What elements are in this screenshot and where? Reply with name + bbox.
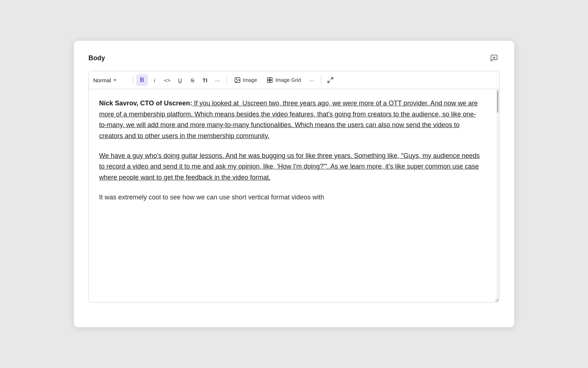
svg-rect-7 (270, 80, 272, 83)
strikethrough-button[interactable]: S (187, 74, 199, 86)
svg-point-3 (236, 79, 237, 79)
svg-rect-6 (268, 80, 270, 83)
scrollbar-thumb (497, 91, 498, 113)
svg-rect-5 (270, 77, 272, 80)
insert-buttons-group: Image Image Grid ··· (227, 71, 321, 89)
style-label: Normal (93, 77, 111, 83)
italic-icon: i (154, 77, 155, 83)
svg-rect-4 (268, 77, 270, 80)
bold-button[interactable]: B (136, 74, 148, 86)
expand-icon (327, 77, 334, 83)
image-grid-icon (266, 77, 273, 83)
chevron-down-icon: ▾ (114, 77, 116, 83)
speaker-name: Nick Savrov, CTO of Uscreen: (99, 100, 192, 107)
code-button[interactable]: <> (161, 74, 174, 86)
italic-button[interactable]: i (149, 74, 160, 86)
paragraph-2-text: We have a guy who's doing guitar lessons… (99, 152, 480, 181)
editor-content[interactable]: Nick Savrov, CTO of Uscreen: If you look… (89, 89, 499, 302)
paragraph-3: It was extremely cool to see how we can … (99, 192, 489, 203)
resize-handle[interactable] (495, 298, 499, 302)
scrollbar[interactable] (496, 89, 499, 302)
paragraph-2: We have a guy who's doing guitar lessons… (99, 151, 489, 183)
style-dropdown[interactable]: Normal ▾ (89, 74, 133, 86)
toolbar-divider-3 (321, 75, 321, 85)
paragraph-3-text: It was extremely cool to see how we can … (99, 194, 324, 201)
image-grid-button[interactable]: Image Grid (262, 75, 305, 86)
svg-line-9 (328, 81, 330, 83)
underline-button[interactable]: U (174, 74, 186, 86)
comment-plus-icon (490, 54, 498, 62)
editor-card: Body Normal ▾ B i <> U (74, 41, 514, 327)
image-icon (234, 77, 241, 83)
image-grid-label: Image Grid (275, 77, 301, 83)
svg-line-8 (331, 77, 333, 79)
toolbar: Normal ▾ B i <> U S TI ··· (89, 71, 499, 89)
card-header: Body (88, 53, 500, 64)
image-label: Image (243, 77, 257, 83)
more-insert-button[interactable]: ··· (306, 74, 318, 86)
format-buttons-group: B i <> U S TI ··· (133, 71, 226, 89)
card-title: Body (88, 54, 105, 62)
image-button[interactable]: Image (230, 75, 262, 86)
editor-wrapper: Normal ▾ B i <> U S TI ··· (88, 71, 500, 303)
paragraph-1: Nick Savrov, CTO of Uscreen: If you look… (99, 98, 489, 142)
expand-button[interactable] (323, 74, 338, 86)
typography-button[interactable]: TI (199, 74, 211, 86)
comment-plus-button[interactable] (489, 53, 500, 64)
more-format-button[interactable]: ··· (212, 74, 224, 86)
